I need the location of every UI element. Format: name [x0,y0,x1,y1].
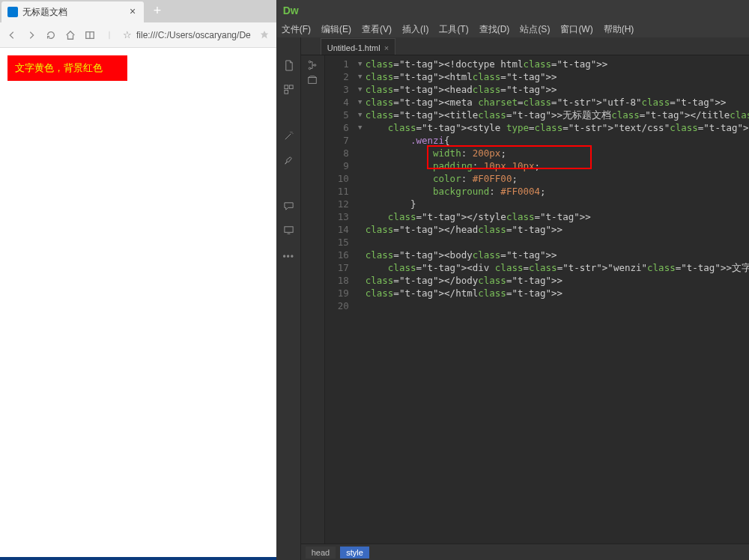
dw-body: ••• Untitled-1.html × 123456789101112131… [277,37,749,560]
comment-icon[interactable] [282,199,295,213]
browser-toolbar: ☆ file:///C:/Users/oscaryang/De [0,22,276,48]
rendered-wenzi-div: 文字黄色，背景红色 [7,55,127,81]
manage-icon[interactable] [282,82,295,96]
separator-icon [103,29,115,41]
browser-footer [0,557,276,560]
menu-file[interactable]: 文件(F) [282,23,311,36]
line-gutter: 1234567891011121314151617181920 [325,55,355,544]
favicon-icon [7,7,18,17]
wand-icon[interactable] [282,129,295,142]
dw-mini-sidebar [301,55,325,544]
dw-tool-sidebar: ••• [277,37,301,560]
menu-edit[interactable]: 编辑(E) [321,23,351,36]
reading-view-icon[interactable] [84,29,96,41]
menu-view[interactable]: 查看(V) [362,23,392,36]
dw-titlebar: Dw 开发人员 ▼ | [277,0,749,21]
tab-title: 无标题文档 [22,6,127,19]
code-area[interactable]: class="t-tag"><!doctype htmlclass="t-tag… [366,55,749,544]
menu-insert[interactable]: 插入(I) [402,23,428,36]
dw-statusbar: head style HTML ▾ INS 11:33 [301,544,749,560]
menu-find[interactable]: 查找(D) [479,23,510,36]
favorite-icon[interactable]: ☆ [123,29,132,40]
screen-icon[interactable] [282,223,295,237]
svg-rect-9 [289,85,293,88]
dw-menubar: 文件(F) 编辑(E) 查看(V) 插入(I) 工具(T) 查找(D) 站点(S… [277,21,749,37]
dw-logo: Dw [283,4,299,16]
file-tab[interactable]: Untitled-1.html × [321,38,395,55]
breadcrumb-head[interactable]: head [306,547,336,559]
dw-file-tabs: Untitled-1.html × [301,37,749,55]
filetab-close-icon[interactable]: × [384,43,389,52]
home-button-icon[interactable] [64,29,76,41]
hierarchy-icon[interactable] [306,58,319,72]
breadcrumb-style[interactable]: style [340,547,369,559]
brush-icon[interactable] [282,153,295,166]
addon-icon[interactable] [258,29,270,41]
filetab-label: Untitled-1.html [327,43,380,52]
menu-site[interactable]: 站点(S) [520,23,550,36]
menu-window[interactable]: 窗口(W) [560,23,592,36]
menu-help[interactable]: 帮助(H) [604,23,634,36]
back-button-icon[interactable] [6,29,18,41]
browser-tab[interactable]: 无标题文档 × [1,1,144,22]
url-text: file:///C:/Users/oscaryang/De [136,30,251,40]
svg-rect-8 [285,85,288,88]
dreamweaver-window: Dw 开发人员 ▼ | 文件(F) 编辑(E) 查看(V) 插入(I) 工具(T… [277,0,749,560]
svg-rect-16 [309,78,317,84]
refresh-button-icon[interactable] [45,29,57,41]
file-icon[interactable] [282,58,295,72]
tab-close-icon[interactable]: × [127,7,138,17]
menu-tools[interactable]: 工具(T) [439,23,468,36]
browser-viewport: 文字黄色，背景红色 [0,48,276,557]
address-bar[interactable]: ☆ file:///C:/Users/oscaryang/De [123,29,251,40]
svg-rect-10 [285,90,288,94]
new-tab-button[interactable]: + [148,2,166,20]
more-icon[interactable]: ••• [282,252,295,262]
assets-icon[interactable] [306,73,319,87]
fold-column: ▼▼▼▼▼▼ [355,55,366,544]
code-editor[interactable]: 1234567891011121314151617181920 ▼▼▼▼▼▼ c… [325,55,749,544]
dw-editor-wrap: 1234567891011121314151617181920 ▼▼▼▼▼▼ c… [301,55,749,544]
browser-window: 无标题文档 × + ☆ file:///C:/Users/oscaryang/D… [0,0,277,560]
dw-main: Untitled-1.html × 1234567891011121314151… [301,37,749,560]
svg-rect-11 [285,226,293,232]
browser-tab-bar: 无标题文档 × + [0,0,276,22]
forward-button-icon[interactable] [25,29,37,41]
